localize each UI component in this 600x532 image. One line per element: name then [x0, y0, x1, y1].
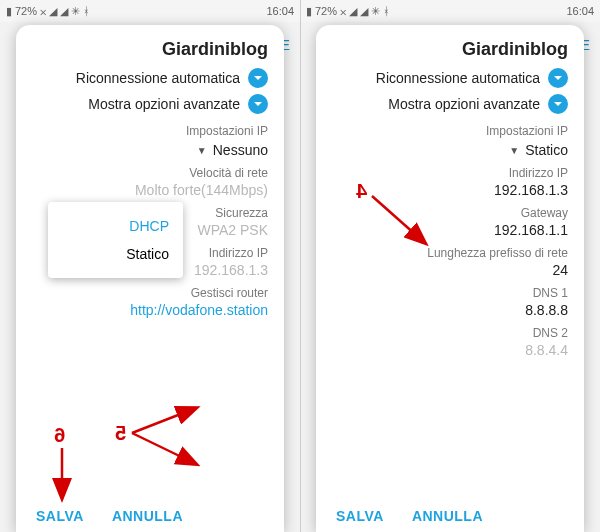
chevron-down-icon	[548, 68, 568, 88]
save-button[interactable]: SALVA	[336, 508, 384, 524]
status-icons: ᚼ ✳ ◢ ◢ ⨉ 72% ▮	[306, 6, 390, 17]
screens-divider	[300, 0, 301, 532]
auto-reconnect-row[interactable]: Riconnessione automatica	[332, 68, 568, 88]
screen-left: 16:04 ᚼ ✳ ◢ ◢ ⨉ 72% ▮ TE Giardiniblog Ri…	[0, 0, 300, 532]
network-name: Giardiniblog	[32, 39, 268, 60]
vibrate-icon: ✳	[371, 6, 380, 17]
prefix-value: 24	[332, 262, 568, 278]
bluetooth-icon: ᚼ	[383, 6, 390, 17]
speed-field: Velocità di rete Molto forte(144Mbps)	[32, 166, 268, 198]
auto-reconnect-row[interactable]: Riconnessione automatica	[32, 68, 268, 88]
auto-reconnect-label: Riconnessione automatica	[76, 70, 240, 86]
chevron-down-icon	[248, 94, 268, 114]
ip-mode-option-dhcp[interactable]: DHCP	[62, 212, 169, 240]
bluetooth-icon: ᚼ	[83, 6, 90, 17]
status-time: 16:04	[266, 5, 294, 17]
show-advanced-row[interactable]: Mostra opzioni avanzate	[332, 94, 568, 114]
gateway-field[interactable]: Gateway 192.168.1.1	[332, 206, 568, 238]
show-advanced-label: Mostra opzioni avanzate	[88, 96, 240, 112]
battery-icon: ▮	[6, 6, 12, 17]
ip-mode-option-static[interactable]: Statico	[62, 240, 169, 268]
router-link[interactable]: http://vodafone.station	[32, 302, 268, 318]
dns1-field[interactable]: DNS 1 8.8.8.8	[332, 286, 568, 318]
network-name: Giardiniblog	[332, 39, 568, 60]
prefix-label: Lunghezza prefisso di rete	[332, 246, 568, 260]
speed-label: Velocità di rete	[32, 166, 268, 180]
ip-settings-header: Impostazioni IP	[332, 124, 568, 138]
status-bar: 16:04 ᚼ ✳ ◢ ◢ ⨉ 72% ▮	[0, 0, 300, 22]
cancel-button[interactable]: ANNULLA	[112, 508, 183, 524]
router-field[interactable]: Gestisci router http://vodafone.station	[32, 286, 268, 318]
status-icons: ᚼ ✳ ◢ ◢ ⨉ 72% ▮	[6, 6, 90, 17]
wifi-settings-sheet: Giardiniblog Riconnessione automatica Mo…	[316, 25, 584, 532]
caret-down-icon: ▼	[509, 145, 519, 156]
battery-pct: 72%	[15, 6, 37, 17]
dns2-value: 8.8.4.4	[332, 342, 568, 358]
signal-2-icon: ◢	[49, 6, 57, 17]
battery-pct: 72%	[315, 6, 337, 17]
signal-2-icon: ◢	[349, 6, 357, 17]
ip-label: Indirizzo IP	[332, 166, 568, 180]
dialog-footer: SALVA ANNULLA	[316, 508, 584, 524]
ip-value: 192.168.1.3	[332, 182, 568, 198]
wifi-settings-sheet: Giardiniblog Riconnessione automatica Mo…	[16, 25, 284, 532]
caret-down-icon: ▼	[197, 145, 207, 156]
router-label: Gestisci router	[32, 286, 268, 300]
dns2-label: DNS 2	[332, 326, 568, 340]
gateway-label: Gateway	[332, 206, 568, 220]
status-bar: 16:04 ᚼ ✳ ◢ ◢ ⨉ 72% ▮	[300, 0, 600, 22]
annotation-num-4: 4	[356, 180, 367, 203]
show-advanced-row[interactable]: Mostra opzioni avanzate	[32, 94, 268, 114]
wifi-icon: ⨉	[40, 6, 46, 17]
signal-1-icon: ◢	[360, 6, 368, 17]
chevron-down-icon	[548, 94, 568, 114]
gateway-value: 192.168.1.1	[332, 222, 568, 238]
dialog-footer: SALVA ANNULLA	[16, 508, 284, 524]
ip-mode-select[interactable]: Statico ▼	[332, 142, 568, 158]
status-time: 16:04	[566, 5, 594, 17]
dns2-field[interactable]: DNS 2 8.8.4.4	[332, 326, 568, 358]
dns1-label: DNS 1	[332, 286, 568, 300]
annotation-num-6: 6	[54, 424, 65, 447]
screen-right: 16:04 ᚼ ✳ ◢ ◢ ⨉ 72% ▮ TE Giardiniblog Ri…	[300, 0, 600, 532]
show-advanced-label: Mostra opzioni avanzate	[388, 96, 540, 112]
wifi-icon: ⨉	[340, 6, 346, 17]
chevron-down-icon	[248, 68, 268, 88]
ip-field[interactable]: Indirizzo IP 192.168.1.3	[332, 166, 568, 198]
dns1-value: 8.8.8.8	[332, 302, 568, 318]
cancel-button[interactable]: ANNULLA	[412, 508, 483, 524]
ip-mode-value: Statico	[525, 142, 568, 158]
save-button[interactable]: SALVA	[36, 508, 84, 524]
speed-value: Molto forte(144Mbps)	[32, 182, 268, 198]
signal-1-icon: ◢	[60, 6, 68, 17]
auto-reconnect-label: Riconnessione automatica	[376, 70, 540, 86]
ip-mode-dropdown[interactable]: DHCP Statico	[48, 202, 183, 278]
ip-mode-behind: Nessuno▼	[32, 142, 268, 158]
ip-settings-header: Impostazioni IP	[32, 124, 268, 138]
prefix-field[interactable]: Lunghezza prefisso di rete 24	[332, 246, 568, 278]
battery-icon: ▮	[306, 6, 312, 17]
annotation-num-5: 5	[115, 422, 126, 445]
vibrate-icon: ✳	[71, 6, 80, 17]
